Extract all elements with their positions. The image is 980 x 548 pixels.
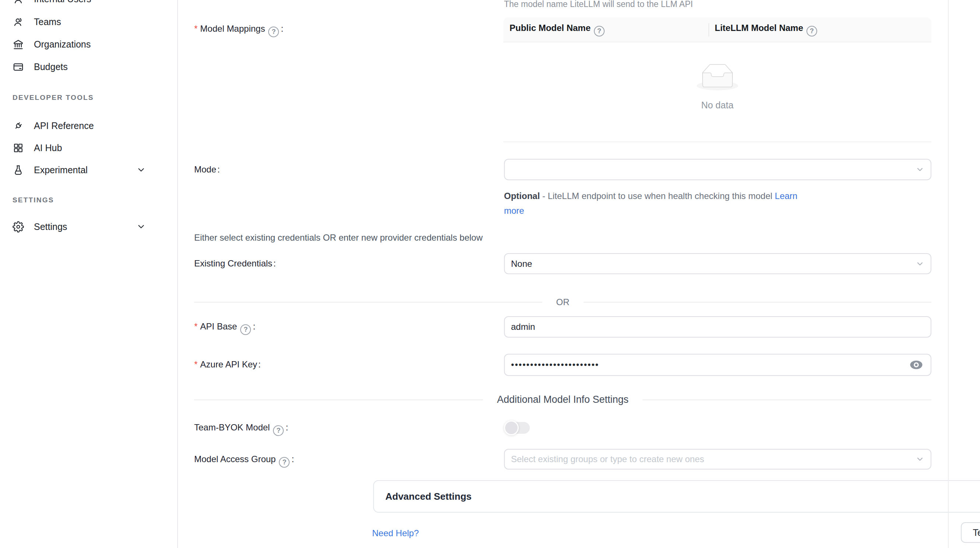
eye-icon[interactable] — [909, 360, 923, 370]
help-icon[interactable] — [268, 27, 279, 37]
table-body-empty: No data — [503, 42, 931, 142]
users-icon — [13, 16, 24, 28]
chevron-down-icon — [916, 455, 924, 464]
additional-settings-divider: Additional Model Info Settings — [194, 394, 931, 405]
select-placeholder: Select existing groups or type to create… — [505, 454, 704, 464]
azure-api-key-label: *Azure API Key: — [194, 358, 261, 371]
sidebar-item-label: Settings — [34, 221, 67, 232]
sidebar-item-label: API Reference — [34, 121, 94, 131]
sidebar-section-settings: SETTINGS — [13, 194, 54, 206]
content-right-border — [948, 0, 949, 548]
chevron-down-icon — [916, 260, 924, 268]
sidebar-item-label: Teams — [34, 17, 61, 27]
sidebar-item-label: Organizations — [34, 39, 91, 50]
litellm-model-name-help: The model name LiteLLM will send to the … — [504, 0, 693, 9]
mode-label: Mode: — [194, 163, 220, 176]
sidebar: Internal Users Teams Organizations Budge… — [0, 0, 178, 548]
chevron-down-icon — [136, 165, 146, 175]
existing-credentials-select[interactable]: None — [504, 253, 931, 274]
sidebar-item-budgets[interactable]: Budgets — [13, 58, 164, 75]
model-access-group-select[interactable]: Select existing groups or type to create… — [504, 449, 931, 470]
column-divider — [708, 23, 709, 37]
required-mark: * — [194, 24, 197, 33]
advanced-settings-title: Advanced Settings — [385, 491, 472, 502]
api-base-label: *API Base: — [194, 320, 255, 335]
model-mappings-label: *Model Mappings: — [194, 22, 283, 37]
help-icon[interactable] — [240, 324, 251, 335]
required-mark: * — [194, 321, 197, 331]
help-icon[interactable] — [594, 26, 605, 37]
credit-card-icon — [13, 61, 24, 73]
sidebar-item-label: AI Hub — [34, 143, 62, 153]
sidebar-item-ai-hub[interactable]: AI Hub — [13, 139, 164, 156]
mode-select[interactable] — [504, 159, 931, 180]
sidebar-item-api-reference[interactable]: API Reference — [13, 117, 164, 134]
table-header: Public Model Name LiteLLM Model Name — [503, 18, 931, 42]
sidebar-item-label: Budgets — [34, 62, 68, 72]
help-icon[interactable] — [807, 26, 817, 37]
toggle-knob — [504, 421, 519, 435]
or-divider: OR — [194, 297, 931, 307]
help-icon[interactable] — [273, 425, 284, 436]
help-icon[interactable] — [279, 457, 290, 468]
masked-password: ••••••••••••••••••••••• — [505, 360, 599, 370]
plug-icon — [13, 120, 24, 132]
grid-icon — [13, 142, 24, 154]
existing-credentials-label: Existing Credentials: — [194, 257, 276, 270]
bank-icon — [13, 39, 24, 50]
azure-api-key-input[interactable]: ••••••••••••••••••••••• — [504, 354, 931, 376]
add-model-form: The model name LiteLLM will send to the … — [178, 0, 949, 548]
model-access-group-label: Model Access Group: — [194, 452, 294, 468]
advanced-settings-panel[interactable]: Advanced Settings — [373, 480, 980, 513]
column-litellm-model-name: LiteLLM Model Name — [708, 23, 931, 37]
test-connect-button[interactable]: Test Connect — [961, 522, 980, 543]
sidebar-item-settings[interactable]: Settings — [13, 218, 164, 235]
mode-help-text: Optional - LiteLLM endpoint to use when … — [504, 189, 810, 218]
need-help-link[interactable]: Need Help? — [372, 528, 419, 538]
user-icon — [13, 0, 24, 5]
chevron-down-icon — [916, 165, 924, 174]
chevron-down-icon — [136, 222, 146, 231]
column-public-model-name: Public Model Name — [503, 23, 708, 37]
gear-icon — [13, 221, 24, 233]
api-base-input[interactable] — [505, 317, 931, 337]
sidebar-section-developer-tools: DEVELOPER TOOLS — [13, 92, 94, 103]
team-byok-label: Team-BYOK Model: — [194, 421, 288, 436]
credentials-note: Either select existing credentials OR en… — [194, 233, 483, 243]
sidebar-item-label: Experimental — [34, 165, 88, 175]
add-model-page: Internal Users Teams Organizations Budge… — [0, 0, 980, 548]
model-mappings-table: Public Model Name LiteLLM Model Name — [503, 18, 931, 142]
team-byok-toggle[interactable] — [504, 421, 530, 435]
sidebar-item-experimental[interactable]: Experimental — [13, 161, 164, 178]
api-base-field-wrap — [504, 316, 931, 338]
empty-box-icon — [697, 64, 738, 90]
no-data-text: No data — [503, 100, 931, 111]
sidebar-item-internal-users[interactable]: Internal Users — [13, 0, 164, 7]
sidebar-item-label: Internal Users — [34, 0, 91, 5]
sidebar-item-teams[interactable]: Teams — [13, 13, 164, 30]
sidebar-item-organizations[interactable]: Organizations — [13, 36, 164, 53]
required-mark: * — [194, 359, 197, 369]
flask-icon — [13, 164, 24, 176]
